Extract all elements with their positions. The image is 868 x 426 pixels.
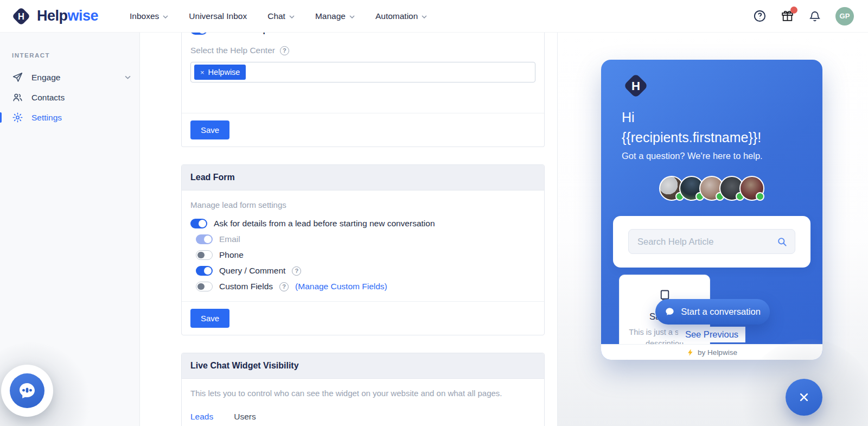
bell-icon bbox=[808, 10, 821, 23]
branding-label: by Helpwise bbox=[698, 348, 737, 357]
sidebar-item-engage[interactable]: Engage bbox=[0, 67, 139, 87]
nav-label: Inboxes bbox=[130, 11, 159, 21]
help-center-select[interactable]: × Helpwise bbox=[190, 62, 535, 82]
agent-avatars bbox=[601, 176, 822, 201]
see-previous-link[interactable]: See Previous bbox=[678, 327, 745, 342]
brand-wordmark: Helpwise bbox=[37, 8, 98, 24]
send-icon bbox=[12, 72, 23, 83]
email-toggle[interactable] bbox=[196, 234, 213, 244]
save-lead-form-button[interactable]: Save bbox=[190, 309, 229, 328]
sidebar-item-label: Settings bbox=[31, 113, 62, 123]
sidebar-item-label: Engage bbox=[31, 73, 60, 82]
nav-item-universal-inbox[interactable]: Universal Inbox bbox=[189, 11, 247, 21]
phone-label: Phone bbox=[219, 250, 244, 260]
chevron-down-icon bbox=[422, 15, 427, 18]
sidebar-item-label: Contacts bbox=[31, 93, 65, 103]
greeting-line1: Hi bbox=[622, 107, 761, 128]
widget-visibility-description: This lets you to control who can see the… bbox=[190, 389, 535, 398]
selected-help-center-tag: × Helpwise bbox=[194, 65, 246, 80]
widget-visibility-card: Live Chat Widget Visibility This lets yo… bbox=[181, 353, 545, 426]
close-icon bbox=[796, 390, 812, 405]
connect-help-center-toggle[interactable] bbox=[190, 33, 207, 35]
tab-leads[interactable]: Leads bbox=[190, 412, 213, 426]
chat-widget-preview: H Hi {{recipients.firstname}}! Got a que… bbox=[601, 60, 822, 360]
email-row: Email bbox=[196, 234, 535, 244]
chat-launcher-button[interactable] bbox=[10, 373, 44, 408]
whats-new-button[interactable] bbox=[781, 9, 794, 23]
custom-fields-toggle[interactable] bbox=[196, 282, 213, 291]
nav-item-manage[interactable]: Manage bbox=[315, 11, 355, 21]
nav-label: Chat bbox=[267, 11, 285, 21]
save-help-center-button[interactable]: Save bbox=[190, 120, 229, 139]
manage-custom-fields-link[interactable]: (Manage Custom Fields) bbox=[295, 282, 387, 291]
close-widget-button[interactable] bbox=[786, 379, 822, 416]
chat-bubble-icon bbox=[665, 307, 675, 317]
remove-tag-icon[interactable]: × bbox=[200, 68, 205, 77]
chat-bubble-icon bbox=[16, 379, 39, 402]
navbar-actions: GP bbox=[753, 7, 854, 26]
start-conversation-button[interactable]: Start a conversation bbox=[655, 299, 770, 325]
chevron-down-icon bbox=[349, 15, 355, 18]
svg-text:H: H bbox=[631, 79, 640, 93]
sidebar-item-settings[interactable]: Settings bbox=[0, 107, 139, 128]
help-tooltip-icon[interactable]: ? bbox=[292, 266, 301, 276]
svg-text:H: H bbox=[18, 11, 24, 22]
query-comment-toggle[interactable] bbox=[196, 266, 213, 276]
ask-details-label: Ask for details from a lead before start… bbox=[214, 219, 435, 228]
gear-icon bbox=[12, 112, 23, 123]
select-help-center-label: Select the Help Center bbox=[190, 46, 275, 55]
nav-item-inboxes[interactable]: Inboxes bbox=[130, 11, 168, 21]
phone-row: Phone bbox=[196, 250, 535, 260]
search-icon[interactable] bbox=[777, 237, 787, 247]
widget-preview-panel: H Hi {{recipients.firstname}}! Got a que… bbox=[558, 33, 868, 426]
helpwise-diamond-icon: H bbox=[621, 71, 651, 103]
connect-help-center-label: Connect Help Center bbox=[214, 33, 297, 35]
tag-label: Helpwise bbox=[208, 68, 240, 77]
phone-toggle[interactable] bbox=[196, 250, 213, 260]
chevron-down-icon bbox=[163, 15, 168, 18]
settings-content: Connect Help Center Select the Help Cent… bbox=[140, 33, 558, 426]
sidebar-section-label: INTERACT bbox=[12, 52, 139, 59]
notification-dot bbox=[790, 7, 797, 14]
user-avatar[interactable]: GP bbox=[835, 7, 854, 26]
notifications-button[interactable] bbox=[808, 10, 821, 23]
chevron-down-icon bbox=[289, 15, 295, 18]
main-nav: Inboxes Universal Inbox Chat Manage Auto… bbox=[130, 11, 427, 21]
custom-fields-label: Custom Fields bbox=[219, 282, 273, 291]
connect-help-center-row: Connect Help Center bbox=[190, 33, 535, 35]
nav-item-chat[interactable]: Chat bbox=[267, 11, 295, 21]
greeting-line2: {{recipients.firstname}}! bbox=[622, 128, 761, 148]
help-tooltip-icon[interactable]: ? bbox=[279, 282, 289, 291]
tab-users[interactable]: Users bbox=[234, 412, 256, 426]
visibility-tabs: Leads Users bbox=[190, 412, 535, 426]
nav-item-automation[interactable]: Automation bbox=[375, 11, 427, 21]
start-conversation-label: Start a conversation bbox=[681, 307, 761, 317]
help-circle-icon bbox=[753, 9, 767, 23]
widget-branding-footer: by Helpwise bbox=[601, 344, 822, 360]
query-comment-label: Query / Comment bbox=[219, 266, 285, 276]
ask-details-row: Ask for details from a lead before start… bbox=[190, 219, 535, 228]
lightning-bolt-icon bbox=[686, 348, 694, 357]
chevron-down-icon bbox=[125, 75, 131, 79]
nav-label: Universal Inbox bbox=[189, 11, 247, 21]
select-help-center-label-row: Select the Help Center ? bbox=[190, 46, 535, 55]
lead-form-card: Lead Form Manage lead form settings Ask … bbox=[181, 164, 545, 335]
brand-logo[interactable]: H Helpwise bbox=[10, 5, 98, 28]
help-center-card: Connect Help Center Select the Help Cent… bbox=[181, 33, 545, 147]
custom-fields-row: Custom Fields ? (Manage Custom Fields) bbox=[196, 282, 535, 291]
help-search-box bbox=[628, 229, 795, 254]
lead-form-title: Lead Form bbox=[182, 165, 544, 190]
sidebar-item-contacts[interactable]: Contacts bbox=[0, 87, 139, 107]
help-button[interactable] bbox=[753, 9, 767, 23]
people-icon bbox=[12, 92, 23, 103]
search-help-input[interactable] bbox=[629, 237, 777, 247]
help-search-panel bbox=[613, 216, 810, 268]
lead-form-subtitle: Manage lead form settings bbox=[190, 200, 535, 209]
nav-label: Automation bbox=[375, 11, 418, 21]
query-comment-row: Query / Comment ? bbox=[196, 266, 535, 276]
widget-greeting: Hi {{recipients.firstname}}! bbox=[622, 107, 761, 148]
help-tooltip-icon[interactable]: ? bbox=[280, 46, 289, 55]
ask-details-toggle[interactable] bbox=[190, 219, 207, 228]
nav-label: Manage bbox=[315, 11, 346, 21]
email-label: Email bbox=[219, 234, 240, 244]
